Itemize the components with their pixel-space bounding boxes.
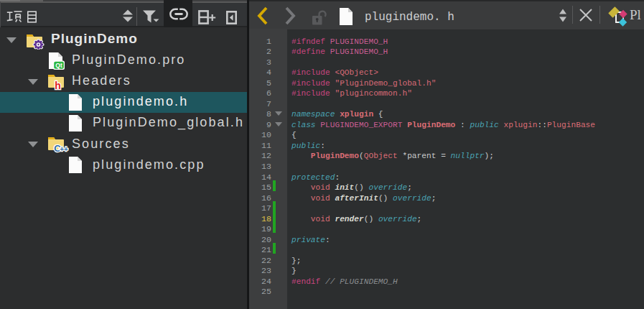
svg-text:Qt: Qt [55, 62, 62, 69]
svg-text:++: ++ [60, 145, 68, 153]
svg-text:h: h [55, 80, 61, 91]
